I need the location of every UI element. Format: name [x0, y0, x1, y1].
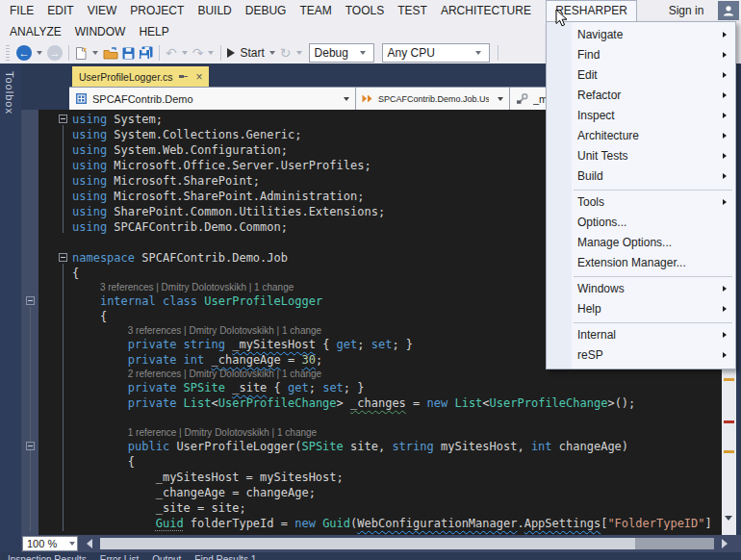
solution-configuration-dropdown[interactable]: Debug: [309, 43, 374, 63]
save-button[interactable]: [122, 47, 135, 60]
warning-marker[interactable]: [724, 450, 734, 453]
menu-help[interactable]: HELP: [132, 21, 175, 42]
menu-edit[interactable]: EDIT: [40, 0, 80, 21]
forward-arrow-icon: →: [47, 45, 63, 61]
resharper-menu-item-internal[interactable]: Internal: [547, 325, 735, 345]
menu-item-label: reSP: [577, 348, 603, 362]
navigate-forward-button[interactable]: →: [47, 45, 63, 61]
resharper-menu-item-edit[interactable]: Edit: [547, 65, 735, 86]
menu-item-label: Edit: [577, 68, 598, 82]
menu-team[interactable]: TEAM: [293, 0, 338, 21]
warning-marker[interactable]: [724, 378, 734, 381]
undo-icon: ↶: [166, 45, 177, 61]
refresh-dropdown-caret-icon[interactable]: [296, 51, 302, 55]
resharper-menu-item-help[interactable]: Help: [547, 299, 735, 319]
resharper-menu-item-build[interactable]: Build: [547, 166, 735, 187]
menu-build[interactable]: BUILD: [191, 0, 238, 21]
undo-dropdown-caret-icon[interactable]: [182, 51, 188, 55]
scroll-left-arrow-icon[interactable]: [87, 539, 92, 548]
code-line: _mySitesHost = mySitesHost;: [72, 470, 712, 485]
panel-tab-error-list[interactable]: Error List: [100, 552, 140, 560]
save-all-icon: [139, 46, 153, 60]
resharper-menu-item-inspect[interactable]: Inspect: [547, 106, 735, 126]
horizontal-scrollbar-track[interactable]: [100, 538, 714, 549]
resharper-menu-item-windows[interactable]: Windows: [547, 279, 735, 299]
zoom-value: 100 %: [27, 538, 57, 549]
menu-tools[interactable]: TOOLS: [339, 0, 391, 21]
navigate-backward-button[interactable]: ←: [16, 45, 32, 61]
user-avatar-icon[interactable]: [718, 1, 739, 20]
resharper-menu-item-extension-manager[interactable]: Extension Manager...: [547, 253, 735, 273]
submenu-arrow-icon: [723, 32, 727, 38]
configuration-value: Debug: [315, 46, 348, 60]
toolbar-separator: [159, 45, 160, 61]
menu-item-label: Help: [577, 302, 601, 316]
redo-dropdown-caret-icon[interactable]: [208, 51, 214, 55]
refresh-button[interactable]: ↻: [280, 45, 292, 61]
save-all-button[interactable]: [139, 46, 153, 60]
scroll-down-arrow-icon[interactable]: [725, 516, 732, 521]
panel-tab-output[interactable]: Output: [152, 552, 181, 560]
back-dropdown-caret-icon[interactable]: [37, 51, 42, 55]
resharper-menu-item-options[interactable]: Options...: [547, 213, 735, 233]
resharper-menu-item-refactor[interactable]: Refactor: [547, 86, 735, 106]
submenu-arrow-icon: [723, 133, 727, 139]
mouse-cursor: [555, 9, 569, 28]
outline-guide-line: [63, 125, 64, 233]
submenu-arrow-icon: [723, 153, 727, 159]
sign-in-link[interactable]: Sign in: [657, 0, 715, 21]
codelens-indicator[interactable]: 1 reference | Dmitry Dolotovskikh | 1 ch…: [72, 426, 712, 439]
menu-view[interactable]: VIEW: [81, 0, 124, 21]
toolbox-tab[interactable]: Toolbox: [0, 64, 21, 552]
start-debug-button[interactable]: Start: [227, 46, 264, 60]
private-member-wrench-icon: [516, 92, 528, 105]
add-item-button[interactable]: [103, 47, 118, 60]
error-marker[interactable]: [724, 420, 734, 423]
panel-tab-inspection-results[interactable]: Inspection Results: [8, 552, 87, 560]
menu-project[interactable]: PROJECT: [123, 0, 191, 21]
submenu-arrow-icon: [723, 332, 727, 338]
horizontal-scrollbar-thumb[interactable]: [100, 538, 635, 549]
menu-test[interactable]: TEST: [391, 0, 434, 21]
document-tab[interactable]: UserProfileLogger.cs ×: [72, 66, 209, 87]
outline-collapse-toggle[interactable]: [59, 115, 67, 123]
menu-window[interactable]: WINDOW: [68, 21, 133, 42]
pin-tab-icon[interactable]: [179, 72, 189, 81]
menu-file[interactable]: FILE: [3, 0, 40, 21]
type-dropdown[interactable]: SPCAFContrib.Demo.Job.UserProfileLo: [356, 88, 510, 110]
menu-item-label: Unit Tests: [577, 149, 627, 163]
dropdown-caret-icon: [69, 542, 75, 546]
toolbar-grip-handle[interactable]: [6, 45, 10, 61]
menu-item-label: Windows: [577, 282, 625, 295]
outline-collapse-toggle[interactable]: [26, 442, 35, 450]
editor-zoom-dropdown[interactable]: 100 %: [22, 536, 78, 551]
resharper-menu-item-unit-tests[interactable]: Unit Tests: [547, 146, 735, 166]
new-file-dropdown-caret-icon[interactable]: [92, 51, 98, 55]
resharper-menu-item-manage-options[interactable]: Manage Options...: [547, 233, 735, 253]
undo-button[interactable]: ↶: [166, 45, 177, 61]
close-tab-icon[interactable]: ×: [195, 72, 202, 82]
resharper-menu-item-find[interactable]: Find: [547, 45, 735, 65]
resharper-menu-item-architecture[interactable]: Architecture: [547, 126, 735, 146]
redo-button[interactable]: ↷: [192, 45, 204, 61]
menu-item-label: Tools: [577, 195, 604, 209]
menu-architecture[interactable]: ARCHITECTURE: [434, 0, 538, 21]
dropdown-caret-icon: [344, 97, 349, 101]
resharper-menu-item-resp[interactable]: reSP: [547, 345, 735, 366]
solution-platform-dropdown[interactable]: Any CPU: [382, 43, 490, 63]
resharper-menu-item-tools[interactable]: Tools: [547, 192, 735, 213]
code-line: Guid folderTypeId = new Guid(WebConfigur…: [72, 516, 712, 531]
menu-item-label: Internal: [577, 328, 616, 342]
document-tab-title: UserProfileLogger.cs: [79, 71, 172, 83]
start-label: Start: [240, 46, 264, 60]
outline-collapse-toggle[interactable]: [59, 253, 67, 262]
outline-collapse-toggle[interactable]: [26, 296, 35, 305]
scroll-right-arrow-icon[interactable]: [722, 539, 728, 548]
start-dropdown-caret-icon[interactable]: [269, 51, 275, 55]
panel-tab-find-results-1[interactable]: Find Results 1: [194, 552, 256, 560]
menu-debug[interactable]: DEBUG: [239, 0, 294, 21]
resharper-menu-item-navigate[interactable]: Navigate: [547, 25, 735, 45]
project-dropdown[interactable]: SPCAFContrib.Demo: [69, 88, 356, 110]
menu-analyze[interactable]: ANALYZE: [3, 21, 68, 42]
new-file-button[interactable]: [75, 46, 88, 61]
